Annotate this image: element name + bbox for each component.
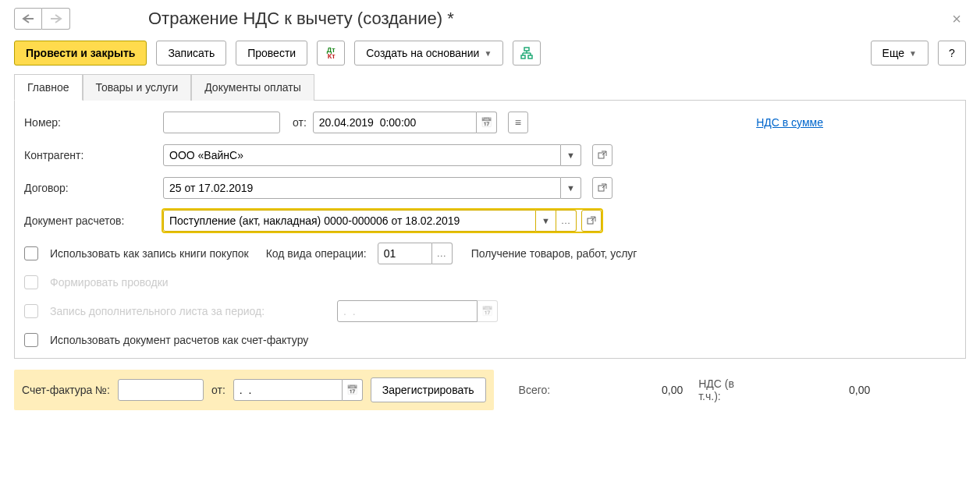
chevron-down-icon: ▼ <box>484 49 492 58</box>
total-label: Всего: <box>519 384 551 396</box>
open-icon <box>598 151 607 160</box>
footer: Счет-фактура №: от: Зарегистрировать Все… <box>14 370 966 410</box>
tab-goods[interactable]: Товары и услуги <box>83 74 192 101</box>
svg-rect-3 <box>521 55 525 58</box>
contract-open[interactable] <box>592 177 612 199</box>
additional-sheet-checkbox <box>24 304 38 318</box>
additional-sheet-calendar <box>478 300 498 322</box>
row-contract: Договор: ▼ <box>24 177 956 199</box>
total-value: 0,00 <box>566 384 683 396</box>
open-icon <box>587 216 596 225</box>
nav-group <box>14 8 70 30</box>
operation-code-desc: Получение товаров, работ, услуг <box>471 247 637 260</box>
back-button[interactable] <box>14 8 42 30</box>
toolbar: Провести и закрыть Записать Провести ДтК… <box>14 41 966 66</box>
dt-kt-button[interactable]: ДтКт <box>317 41 345 66</box>
number-label: Номер: <box>24 116 157 129</box>
help-button[interactable]: ? <box>938 41 966 66</box>
list-button[interactable] <box>508 112 528 133</box>
vat-label: НДС (в т.ч.): <box>698 377 737 402</box>
additional-sheet-label: Запись дополнительного листа за период: <box>50 305 331 317</box>
svg-rect-11 <box>598 186 604 191</box>
structure-button[interactable] <box>513 41 541 66</box>
contract-label: Договор: <box>24 182 157 194</box>
invoice-box: Счет-фактура №: от: Зарегистрировать <box>14 370 494 410</box>
invoice-no-label: Счет-фактура №: <box>22 384 110 396</box>
settlement-doc-input[interactable] <box>163 210 536 232</box>
use-as-purchase-book-label: Использовать как запись книги покупок <box>50 247 249 260</box>
svg-rect-13 <box>588 218 593 224</box>
additional-sheet-date-input <box>337 300 478 322</box>
use-doc-as-invoice-checkbox[interactable] <box>24 333 38 347</box>
additional-sheet-date-combo <box>337 300 498 322</box>
date-input[interactable] <box>313 112 477 133</box>
settlement-doc-dropdown[interactable]: ▼ <box>536 210 556 232</box>
row-purchase-book: Использовать как запись книги покупок Ко… <box>24 243 956 264</box>
invoice-calendar-button[interactable] <box>343 379 363 401</box>
contract-combo: ▼ <box>163 177 581 199</box>
tab-main[interactable]: Главное <box>14 74 83 101</box>
forward-button[interactable] <box>42 8 70 30</box>
settlement-doc-group: ▼ ... <box>163 210 602 232</box>
invoice-no-input[interactable] <box>118 379 204 401</box>
header-bar: Отражение НДС к вычету (создание) * × <box>14 8 966 30</box>
use-as-purchase-book-checkbox[interactable] <box>24 246 38 260</box>
open-icon <box>598 183 607 193</box>
tab-payments[interactable]: Документы оплаты <box>191 74 314 101</box>
counterparty-input[interactable] <box>163 144 561 166</box>
register-button[interactable]: Зарегистрировать <box>371 377 486 402</box>
contract-input[interactable] <box>163 177 561 199</box>
number-input[interactable] <box>163 112 280 133</box>
chevron-down-icon: ▼ <box>909 49 917 58</box>
structure-icon <box>520 47 533 59</box>
row-number: Номер: от: НДС в сумме <box>24 112 956 133</box>
calendar-button[interactable] <box>477 112 497 133</box>
calendar-icon <box>481 117 492 128</box>
operation-code-input[interactable] <box>378 243 432 264</box>
tabs: Главное Товары и услуги Документы оплаты <box>14 73 966 101</box>
more-button[interactable]: Еще ▼ <box>871 41 929 66</box>
settlement-doc-label: Документ расчетов: <box>24 214 157 227</box>
operation-code-label: Код вида операции: <box>266 247 367 260</box>
totals-box: Всего: 0,00 НДС (в т.ч.): 0,00 <box>508 370 882 410</box>
counterparty-dropdown[interactable]: ▼ <box>561 144 581 166</box>
use-doc-as-invoice-label: Использовать документ расчетов как счет-… <box>50 334 308 346</box>
counterparty-open[interactable] <box>592 144 612 166</box>
counterparty-combo: ▼ <box>163 144 581 166</box>
contract-dropdown[interactable]: ▼ <box>561 177 581 199</box>
settlement-doc-open[interactable] <box>581 210 602 232</box>
row-additional-sheet: Запись дополнительного листа за период: <box>24 300 956 322</box>
counterparty-label: Контрагент: <box>24 149 157 161</box>
operation-code-combo: ... <box>378 243 453 264</box>
svg-rect-9 <box>598 153 604 158</box>
row-counterparty: Контрагент: ▼ <box>24 144 956 166</box>
calendar-icon <box>346 384 358 395</box>
save-button[interactable]: Записать <box>156 41 226 66</box>
more-label: Еще <box>882 47 905 59</box>
form-postings-checkbox <box>24 275 38 289</box>
invoice-from-label: от: <box>211 384 225 396</box>
page-title: Отражение НДС к вычету (создание) * <box>148 9 454 29</box>
svg-rect-4 <box>528 55 532 58</box>
create-based-on-button[interactable]: Создать на основании ▼ <box>354 41 503 66</box>
from-label: от: <box>293 116 307 129</box>
settlement-doc-ellipsis[interactable]: ... <box>556 210 577 232</box>
form-postings-label: Формировать проводки <box>50 276 169 289</box>
post-and-close-button[interactable]: Провести и закрыть <box>14 41 147 66</box>
invoice-date-input[interactable] <box>233 379 343 401</box>
list-icon <box>515 116 521 129</box>
svg-rect-2 <box>524 48 529 51</box>
settlement-doc-combo: ▼ ... <box>163 210 577 232</box>
close-icon[interactable]: × <box>947 8 966 30</box>
row-settlement-doc: Документ расчетов: ▼ ... <box>24 210 956 232</box>
row-form-postings: Формировать проводки <box>24 275 956 289</box>
create-based-label: Создать на основании <box>366 47 479 59</box>
operation-code-ellipsis[interactable]: ... <box>432 243 453 264</box>
invoice-date-combo <box>233 379 363 401</box>
tab-content-main: Номер: от: НДС в сумме Контрагент: ▼ Дог… <box>14 101 966 359</box>
calendar-icon <box>481 306 493 317</box>
post-button[interactable]: Провести <box>236 41 307 66</box>
row-use-doc-as-invoice: Использовать документ расчетов как счет-… <box>24 333 956 347</box>
vat-value: 0,00 <box>753 384 870 396</box>
vat-mode-link[interactable]: НДС в сумме <box>756 116 823 129</box>
